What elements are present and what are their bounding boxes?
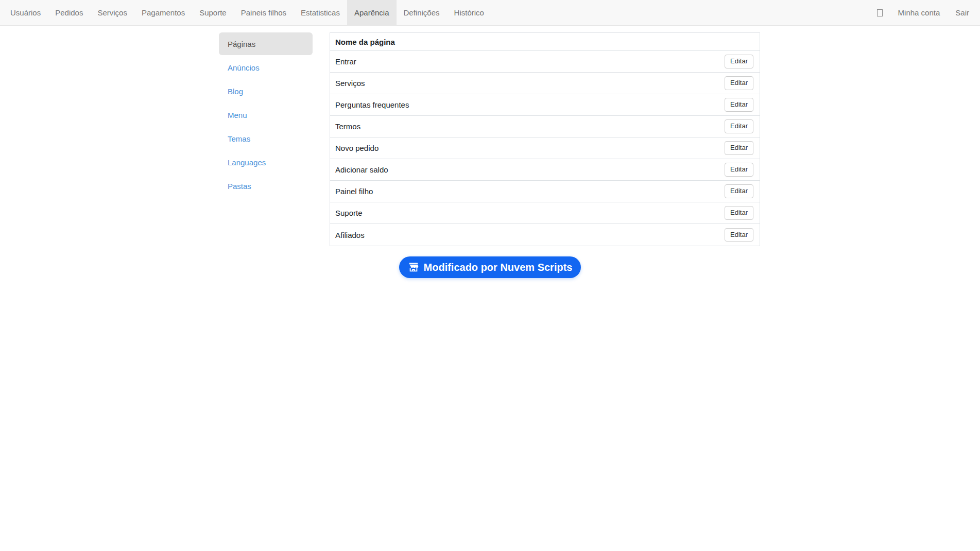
nav-item-paineis-filhos[interactable]: Paineis filhos [234, 0, 294, 25]
table-row: Painel filho Editar [330, 181, 760, 202]
sidebar-item-languages[interactable]: Languages [219, 151, 313, 174]
sidebar-item-pastas[interactable]: Pastas [219, 175, 313, 197]
edit-button[interactable]: Editar [725, 76, 753, 90]
nav-item-definicoes[interactable]: Definições [397, 0, 447, 25]
nav-item-aparencia[interactable]: Aparência [347, 0, 397, 25]
sidebar-item-paginas[interactable]: Páginas [219, 32, 313, 55]
table-header: Nome da página [330, 33, 760, 51]
nav-item-usuarios[interactable]: Usuários [3, 0, 48, 25]
missing-glyph-icon [877, 9, 883, 16]
table-row: Novo pedido Editar [330, 137, 760, 159]
table-row: Entrar Editar [330, 51, 760, 73]
nav-item-sair[interactable]: Sair [948, 0, 977, 25]
page-name: Entrar [335, 57, 356, 66]
sidebar-item-menu[interactable]: Menu [219, 104, 313, 126]
nav-item-suporte[interactable]: Suporte [192, 0, 234, 25]
sidebar-item-blog[interactable]: Blog [219, 80, 313, 102]
nav-item-estatisticas[interactable]: Estatisticas [294, 0, 347, 25]
storefront-icon [408, 262, 419, 273]
page-name: Afiliados [335, 231, 365, 239]
page-name: Adicionar saldo [335, 165, 388, 174]
nav-item-pedidos[interactable]: Pedidos [48, 0, 90, 25]
page-name: Perguntas frequentes [335, 100, 409, 109]
modified-by-button[interactable]: Modificado por Nuvem Scripts [399, 256, 581, 278]
edit-button[interactable]: Editar [725, 119, 753, 133]
page-name: Painel filho [335, 187, 373, 196]
table-row: Adicionar saldo Editar [330, 159, 760, 181]
content-area: Páginas Anúncios Blog Menu Temas Languag… [0, 26, 980, 250]
table-row: Termos Editar [330, 116, 760, 137]
page-name: Termos [335, 122, 360, 131]
sidebar-item-anuncios[interactable]: Anúncios [219, 56, 313, 79]
pages-table: Nome da página Entrar Editar Serviços Ed… [330, 32, 760, 246]
edit-button[interactable]: Editar [725, 163, 753, 176]
appearance-sidebar: Páginas Anúncios Blog Menu Temas Languag… [219, 32, 313, 198]
nav-item-pagamentos[interactable]: Pagamentos [134, 0, 192, 25]
table-row: Suporte Editar [330, 202, 760, 224]
page-name: Serviços [335, 79, 365, 88]
nav-item-minha-conta[interactable]: Minha conta [890, 0, 948, 25]
navbar-icon-button[interactable] [869, 0, 890, 25]
table-row: Perguntas frequentes Editar [330, 94, 760, 116]
edit-button[interactable]: Editar [725, 228, 753, 242]
table-row: Serviços Editar [330, 73, 760, 94]
edit-button[interactable]: Editar [725, 141, 753, 154]
navbar-right: Minha conta Sair [866, 0, 980, 25]
main-nav: Usuários Pedidos Serviços Pagamentos Sup… [0, 0, 491, 25]
edit-button[interactable]: Editar [725, 55, 753, 68]
nav-item-historico[interactable]: Histórico [447, 0, 491, 25]
edit-button[interactable]: Editar [725, 184, 753, 198]
nav-item-servicos[interactable]: Serviços [90, 0, 134, 25]
sidebar-item-temas[interactable]: Temas [219, 127, 313, 150]
page-name: Suporte [335, 209, 363, 217]
footer: Modificado por Nuvem Scripts [0, 256, 980, 278]
edit-button[interactable]: Editar [725, 206, 753, 219]
top-navbar: Usuários Pedidos Serviços Pagamentos Sup… [0, 0, 980, 26]
page-name: Novo pedido [335, 144, 379, 152]
table-row: Afiliados Editar [330, 224, 760, 246]
table-header-label: Nome da página [335, 38, 395, 46]
modified-by-label: Modificado por Nuvem Scripts [424, 262, 573, 273]
edit-button[interactable]: Editar [725, 98, 753, 111]
